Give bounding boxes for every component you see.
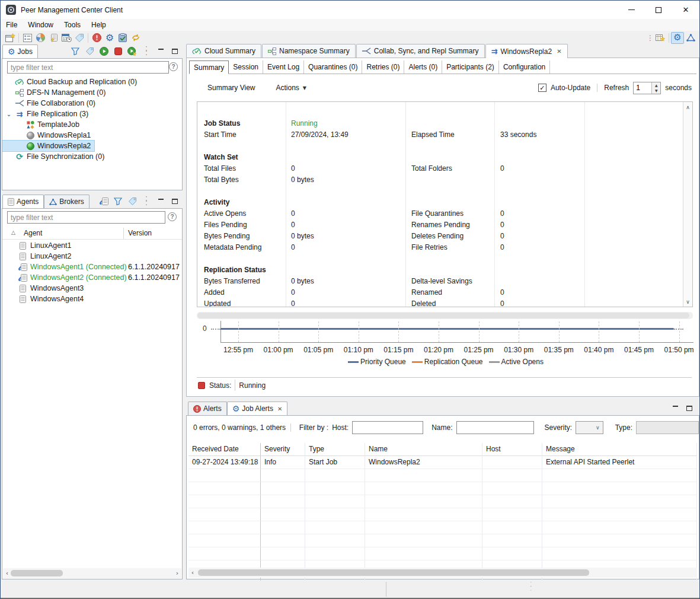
tab-job-alerts[interactable]: ⚙ Job Alerts ✕ [227, 402, 288, 415]
tab-jobs[interactable]: ⚙ Jobs [2, 44, 38, 58]
refresh-interval-stepper[interactable]: ▲▼ [633, 82, 661, 94]
minimize-icon[interactable] [155, 46, 166, 56]
toolbar-drag-handle[interactable]: ⋮ [647, 34, 654, 42]
host-filter-input[interactable] [352, 421, 423, 434]
maximize-button[interactable] [645, 1, 672, 19]
menu-window[interactable]: Window [23, 20, 59, 30]
scroll-up-icon[interactable]: ∧ [683, 103, 692, 111]
minimize-icon[interactable] [155, 196, 166, 206]
tab-alerts[interactable]: Alerts [188, 402, 227, 415]
view-menu-icon[interactable]: ⁚⁚ [141, 46, 152, 56]
subtab-summary[interactable]: Summary [189, 60, 229, 74]
subtab-session[interactable]: Session [229, 60, 263, 74]
actions-dropdown[interactable]: Actions ▼ [276, 84, 306, 92]
tasks-icon[interactable] [116, 32, 129, 44]
view-menu-icon[interactable]: ⁚⁚ [141, 196, 152, 206]
agent-row[interactable]: WindowsAgent1 (Connected)6.1.1.20240917 [2, 262, 182, 272]
menu-help[interactable]: Help [86, 20, 111, 30]
agent-row[interactable]: WindowsAgent3 [2, 283, 182, 294]
alerts-col-received-date[interactable]: Received Date [188, 443, 261, 456]
agents-col-version[interactable]: Version [128, 229, 152, 237]
filter-icon[interactable] [113, 196, 123, 206]
tree-item-file-replication-3[interactable]: ⌄⇉File Replication (3) [2, 109, 182, 119]
menu-tools[interactable]: Tools [59, 20, 86, 30]
agents-col-agent[interactable]: Agent [24, 229, 42, 237]
open-view-icon[interactable] [654, 32, 667, 44]
stop-job-icon[interactable] [113, 46, 123, 56]
subtab-alerts-0[interactable]: Alerts (0) [404, 60, 442, 74]
agents-table-header[interactable]: △ Agent Version [2, 228, 182, 240]
summary-hscrollbar[interactable] [197, 312, 693, 319]
spin-down-icon[interactable]: ▼ [652, 88, 660, 94]
preferences-icon[interactable]: ⚙ [103, 32, 116, 44]
agent-row[interactable]: LinuxAgent1 [2, 240, 182, 251]
filter-icon[interactable] [70, 46, 81, 56]
subtab-participants-2[interactable]: Participants (2) [442, 60, 499, 74]
agent-activity-icon[interactable] [98, 196, 109, 206]
tags-icon[interactable] [73, 32, 86, 44]
alert-row[interactable]: 09-27-2024 13:49:18InfoStart JobWindowsR… [188, 456, 697, 469]
tab-agents[interactable]: Agents [2, 195, 44, 208]
name-filter-input[interactable] [456, 421, 534, 434]
agents-filter-input[interactable] [7, 211, 165, 224]
web-services-icon[interactable] [34, 32, 47, 44]
alerts-table-header[interactable]: Received DateSeverityTypeNameHostMessage [188, 443, 697, 456]
summary-vscrollbar[interactable]: ∧ ∨ [683, 102, 692, 307]
minimize-panel-icon[interactable] [670, 403, 680, 413]
spin-up-icon[interactable]: ▲ [652, 82, 660, 88]
editor-tab-cloud-summary[interactable]: Cloud Summary [186, 44, 261, 58]
tree-item-file-synchronization-0[interactable]: ⟳File Synchronization (0) [2, 151, 182, 162]
titlebar[interactable]: Peer Management Center Client ✕ [1, 1, 699, 19]
tree-item-file-collaboration-0[interactable]: File Collaboration (0) [2, 98, 182, 109]
tree-item-windowsrepla2[interactable]: WindowsRepla2 [2, 141, 182, 151]
trim-drag-handle[interactable]: ⁚⁚ [530, 583, 532, 591]
auto-update-checkbox[interactable]: ✓ [538, 84, 546, 92]
run-job-icon[interactable] [127, 46, 138, 56]
agent-row[interactable]: LinuxAgent2 [2, 251, 182, 262]
menu-file[interactable]: File [1, 20, 23, 30]
alerts-icon[interactable] [90, 32, 103, 44]
minimize-button[interactable] [618, 1, 645, 19]
agents-filter-help-icon[interactable]: ? [168, 212, 177, 221]
alerts-col-host[interactable]: Host [482, 443, 542, 456]
tree-item-dfs-n-management-0[interactable]: DFS-N Management (0) [2, 87, 182, 98]
agent-row[interactable]: WindowsAgent2 (Connected)6.1.1.20240917 [2, 272, 182, 283]
subtab-retries-0[interactable]: Retries (0) [362, 60, 404, 74]
scroll-left-icon[interactable]: ‹ [188, 568, 197, 577]
editor-tab-collab-sync-and-repl-summary[interactable]: Collab, Sync, and Repl Summary [356, 44, 485, 58]
agents-hscrollbar[interactable]: ‹ › [3, 568, 181, 578]
properties-icon[interactable] [21, 32, 34, 44]
tab-brokers[interactable]: Brokers [44, 195, 89, 208]
maximize-panel-icon[interactable] [684, 403, 695, 413]
editor-tab-windowsrepla2[interactable]: ⇉WindowsRepla2✕ [485, 44, 568, 58]
preferences-perspective-icon[interactable]: ⚙ [671, 32, 684, 44]
jobs-filter-input[interactable] [7, 61, 169, 74]
alerts-col-severity[interactable]: Severity [261, 443, 305, 456]
close-button[interactable]: ✕ [672, 1, 699, 19]
subtab-event-log[interactable]: Event Log [263, 60, 304, 74]
expand-chevron-icon[interactable]: ⌄ [5, 111, 12, 117]
tags-icon[interactable] [84, 46, 95, 56]
schedule-icon[interactable]: 17 [60, 32, 73, 44]
maximize-icon[interactable] [170, 46, 180, 56]
agent-row[interactable]: WindowsAgent4 [2, 294, 182, 304]
new-config-icon[interactable] [4, 32, 17, 44]
scroll-right-icon[interactable]: › [173, 569, 181, 578]
refresh-interval-input[interactable] [634, 82, 651, 94]
close-tab-icon[interactable]: ✕ [557, 48, 561, 55]
close-tab-icon[interactable]: ✕ [277, 406, 282, 412]
alerts-col-message[interactable]: Message [542, 443, 697, 456]
subtab-configuration[interactable]: Configuration [499, 60, 550, 74]
tree-item-windowsrepla1[interactable]: WindowsRepla1 [2, 130, 182, 141]
scroll-left-icon[interactable]: ‹ [3, 569, 11, 578]
refresh-icon[interactable] [129, 32, 142, 44]
start-job-icon[interactable] [98, 46, 109, 56]
scroll-down-icon[interactable]: ∨ [683, 297, 692, 306]
alerts-col-name[interactable]: Name [365, 443, 482, 456]
agent-activity-icon[interactable] [47, 32, 60, 44]
editor-tab-namespace-summary[interactable]: Namespace Summary [262, 44, 356, 58]
tree-item-cloud-backup-and-replication-0[interactable]: Cloud Backup and Replication (0) [2, 77, 182, 87]
maximize-icon[interactable] [170, 196, 180, 206]
alerts-hscrollbar[interactable]: ‹ [188, 568, 697, 578]
tree-item-templatejob[interactable]: TemplateJob [2, 119, 182, 130]
